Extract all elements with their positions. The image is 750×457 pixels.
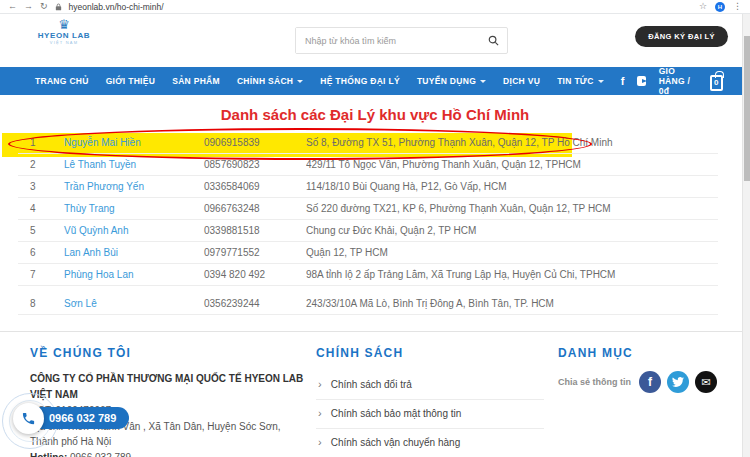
row-number: 6 [18,247,64,258]
row-number: 2 [18,159,64,170]
policy-link-doi-tra[interactable]: ›Chính sách đổi trả [316,371,544,400]
chevron-down-icon [297,80,303,83]
row-number: 5 [18,225,64,236]
search-button[interactable] [479,28,507,53]
site-header: ♛ HYEON LAB VIỆT NAM ĐĂNG KÝ ĐẠI LÝ [0,14,750,67]
table-row: 4 Thùy Trang 0966763248 Số 220 đường TX2… [18,198,718,220]
dealer-phone: 0339881518 [204,225,306,236]
phone-call-widget: 0966 032 789 [2,393,142,453]
search-input[interactable] [296,28,479,53]
register-dealer-button[interactable]: ĐĂNG KÝ ĐẠI LÝ [635,26,728,47]
dealer-phone: 0979771552 [204,247,306,258]
search-icon [488,35,499,46]
browser-profile-avatar[interactable]: H [715,2,725,12]
chevron-right-icon: › [318,379,322,390]
phone-call-button[interactable] [13,403,44,434]
dealer-address: Chung cư Đức Khải, Quận 2, TP HCM [306,225,718,236]
share-row: Chia sẻ thông tin f ✉ [558,371,733,393]
dealer-name-link[interactable]: Thùy Trang [64,203,204,214]
nav-item-gioi-thieu[interactable]: GIỚI THIỆU [106,76,155,86]
dealer-name-link[interactable]: Sơn Lê [64,298,204,309]
policy-link-bao-mat[interactable]: ›Chính sách bảo mật thông tin [316,400,544,429]
dealer-address: Số 8, Đường TX 51, Phường Thạnh Xuân, Qu… [306,137,718,148]
nav-item-he-thong-dai-ly[interactable]: HỆ THỐNG ĐẠI LÝ [320,76,400,86]
row-number: 4 [18,203,64,214]
chevron-down-icon [480,80,486,83]
dealer-name-link[interactable]: Trần Phương Yến [64,181,204,192]
dealer-name-link[interactable]: Lan Anh Bùi [64,247,204,258]
table-row: 8 Sơn Lê 0356239244 243/33/10A Mã Lò, Bì… [18,293,718,315]
forward-icon[interactable]: → [24,2,33,11]
back-icon[interactable]: ← [8,2,17,11]
dealer-name-link[interactable]: Vũ Quỳnh Anh [64,225,204,236]
footer-policies-section: CHÍNH SÁCH ›Chính sách đổi trả ›Chính sá… [316,346,544,457]
table-row: 1 Nguyễn Mai Hiền 0906915839 Số 8, Đường… [18,132,718,154]
share-email-icon[interactable]: ✉ [695,371,717,393]
dealer-address: 98A tỉnh lộ 2 ấp Trảng Lắm, Xã Trung Lập… [306,269,718,280]
dealer-address: 114/18/10 Bùi Quang Hà, P12, Gò Vấp, HCM [306,181,718,192]
browser-menu-icon[interactable]: ⋮ [733,2,742,11]
table-row: 6 Lan Anh Bùi 0979771552 Quận 12, TP HCM [18,242,718,264]
policies-heading: CHÍNH SÁCH [316,346,544,360]
policy-link-van-chuyen[interactable]: ›Chính sách vận chuyển hàng [316,429,544,457]
site-logo[interactable]: ♛ HYEON LAB VIỆT NAM [34,19,94,45]
facebook-icon[interactable]: f [621,75,625,87]
row-number: 7 [18,269,64,280]
scrollbar-thumb[interactable] [744,36,750,181]
table-row: 2 Lê Thanh Tuyền 0857690823 429/11 Tô Ng… [18,154,718,176]
phone-icon [21,411,36,426]
search-bar [295,27,508,54]
dealer-phone: 0394 820 492 [204,269,306,280]
footer-categories-section: DANH MỤC Chia sẻ thông tin f ✉ [558,346,733,393]
chevron-right-icon: › [318,408,322,419]
cart-count-badge: 0 [714,78,718,87]
main-content: Danh sách các Đại Lý khu vực Hồ Chí Minh… [0,106,750,315]
dealer-address: 429/11 Tô Ngọc Vân, Phường Thanh Xuân, Q… [306,159,718,170]
logo-subtitle: VIỆT NAM [34,40,94,45]
reload-icon[interactable]: ↻ [40,2,48,11]
dealer-phone: 0857690823 [204,159,306,170]
dealer-phone: 0906915839 [204,137,306,148]
chevron-right-icon: › [318,437,322,448]
cart-bag-icon[interactable]: 0 [710,75,723,91]
row-number: 1 [18,137,64,148]
crown-logo-icon: ♛ [34,19,94,31]
dealer-phone: 0336584069 [204,181,306,192]
share-twitter-icon[interactable] [667,371,689,393]
dealer-name-link[interactable]: Lê Thanh Tuyền [64,159,204,170]
table-row: 7 Phùng Hoa Lan 0394 820 492 98A tỉnh lộ… [18,264,718,286]
dealer-address: 243/33/10A Mã Lò, Bình Trị Đông A, Bình … [306,298,718,309]
nav-item-dich-vu[interactable]: DỊCH VỤ [503,76,540,86]
table-row: 3 Trần Phương Yến 0336584069 114/18/10 B… [18,176,718,198]
page: ← → ↻ hyeonlab.vn/ho-chi-minh/ ☆ H ⋮ ♛ H… [0,0,750,457]
youtube-icon[interactable] [637,76,645,86]
cart-total-link[interactable]: GIỎ HÀNG / 0đ [659,66,697,96]
chevron-down-icon [598,80,604,83]
logo-title: HYEON LAB [34,31,94,40]
row-number: 8 [18,298,64,309]
dealer-address: Số 220 đường TX21, KP 6, Phường Thạnh Xu… [306,203,718,214]
address-bar-url[interactable]: hyeonlab.vn/ho-chi-minh/ [69,2,164,12]
share-label: Chia sẻ thông tin [558,377,631,387]
nav-item-san-pham[interactable]: SẢN PHẨM [172,76,220,86]
dealer-phone: 0356239244 [204,298,306,309]
dealer-name-link[interactable]: Phùng Hoa Lan [64,269,204,280]
main-navigation: TRANG CHỦ GIỚI THIỆU SẢN PHẨM CHÍNH SÁCH… [0,67,750,95]
nav-item-chinh-sach[interactable]: CHÍNH SÁCH [237,76,303,86]
nav-item-tuyen-dung[interactable]: TUYỂN DỤNG [417,76,486,86]
vertical-scrollbar[interactable] [742,14,750,457]
nav-item-tin-tuc[interactable]: TIN TỨC [557,76,604,86]
categories-heading: DANH MỤC [558,346,733,360]
dealer-phone: 0966763248 [204,203,306,214]
dealer-address: Quận 12, TP HCM [306,247,718,258]
dealer-name-link[interactable]: Nguyễn Mai Hiền [64,137,204,148]
table-row: 5 Vũ Quỳnh Anh 0339881518 Chung cư Đức K… [18,220,718,242]
share-facebook-icon[interactable]: f [639,371,661,393]
dealer-table: 1 Nguyễn Mai Hiền 0906915839 Số 8, Đường… [18,132,718,315]
browser-chrome: ← → ↻ hyeonlab.vn/ho-chi-minh/ ☆ H ⋮ [0,0,750,14]
about-heading: VỀ CHÚNG TÔI [30,346,310,360]
row-number: 3 [18,181,64,192]
nav-item-trang-chu[interactable]: TRANG CHỦ [35,76,89,86]
padlock-icon [55,3,62,11]
bookmark-star-icon[interactable]: ☆ [699,2,707,11]
